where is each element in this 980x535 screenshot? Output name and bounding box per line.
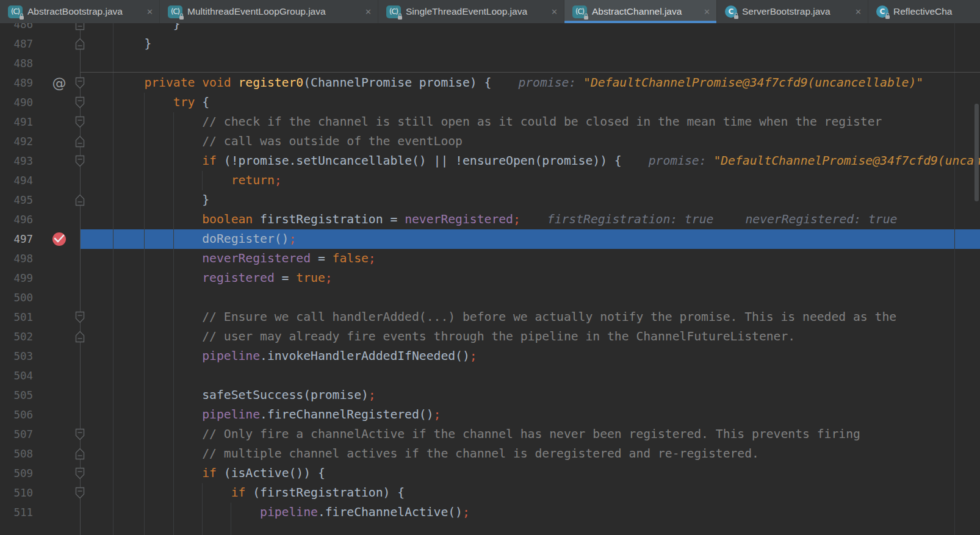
code-line-494[interactable]: return;	[0, 171, 980, 190]
debugger-inline-hint: promise: "DefaultChannelPromise@34f7cfd9…	[518, 76, 923, 90]
code-token: .fireChannelActive()	[318, 505, 463, 519]
code-token: true	[296, 271, 325, 285]
fold-marker-down-icon[interactable]	[75, 428, 85, 440]
code-token: firstRegistration =	[253, 212, 405, 226]
tab-multithreadeventloopgroup-java[interactable]: (C)MultithreadEventLoopGroup.java✕	[160, 0, 378, 23]
code-token: }	[115, 37, 151, 51]
code-line-500[interactable]	[0, 288, 980, 307]
code-token: if	[115, 154, 217, 168]
debugger-inline-hint: promise: "DefaultChannelPromise@34f7cfd9…	[649, 154, 980, 168]
code-line-509[interactable]: if (isActive()) {	[0, 464, 980, 483]
code-token: ;	[325, 271, 333, 285]
tab-serverbootstrap-java[interactable]: CServerBootstrap.java✕	[717, 0, 868, 23]
code-token: // check if the channel is still open as…	[115, 115, 882, 129]
java-class-icon: C	[725, 5, 737, 18]
code-token: (!promise.setUncancellable() || !ensureO…	[217, 154, 622, 168]
code-line-496[interactable]: boolean firstRegistration = neverRegiste…	[0, 210, 980, 229]
active-tab-underline	[564, 21, 716, 23]
tab-abstractbootstrap-java[interactable]: (C)AbstractBootstrap.java✕	[0, 0, 160, 23]
hint-label: promise:	[518, 76, 583, 90]
code-line-501[interactable]: // Ensure we call handlerAdded(...) befo…	[0, 307, 980, 327]
code-token: ;	[463, 505, 470, 519]
decompiled-class-icon: (C)	[168, 5, 182, 18]
readonly-lock-icon	[398, 16, 402, 20]
code-line-497[interactable]: doRegister();	[0, 229, 980, 249]
tab-label: AbstractChannel.java	[592, 6, 682, 17]
tab-close-icon[interactable]: ✕	[358, 7, 372, 16]
fold-marker-down-icon[interactable]	[75, 116, 85, 128]
code-token: (firstRegistration) {	[245, 486, 405, 500]
code-token: =	[275, 271, 297, 285]
tab-close-icon[interactable]: ✕	[139, 7, 153, 16]
code-line-493[interactable]: if (!promise.setUncancellable() || !ensu…	[0, 151, 980, 171]
tab-label: SingleThreadEventLoop.java	[406, 6, 527, 17]
fold-marker-up-icon[interactable]	[75, 331, 85, 343]
code-token: // multiple channel actives if the chann…	[115, 447, 759, 461]
fold-marker-up-icon[interactable]	[75, 38, 85, 50]
code-line-504[interactable]	[0, 366, 980, 386]
ide-window: 486 }487 }488489@ private void register0…	[0, 0, 980, 535]
code-line-487[interactable]: }	[0, 34, 980, 54]
code-line-489[interactable]: private void register0(ChannelPromise pr…	[0, 73, 980, 93]
fold-marker-up-icon[interactable]	[75, 135, 85, 148]
code-token: neverRegistered	[405, 212, 513, 226]
code-token: boolean	[115, 212, 253, 226]
fold-marker-down-icon[interactable]	[75, 467, 85, 479]
editor-tab-bar: (C)AbstractBootstrap.java✕(C)Multithread…	[0, 0, 980, 23]
tab-close-icon[interactable]: ✕	[696, 7, 710, 16]
fold-marker-down-icon[interactable]	[75, 311, 85, 323]
code-token: ;	[369, 388, 376, 402]
code-line-492[interactable]: // call was outside of the eventLoop	[0, 132, 980, 151]
debugger-inline-hint: firstRegistration: true	[547, 212, 714, 226]
code-line-495[interactable]: }	[0, 190, 980, 210]
tab-abstractchannel-java[interactable]: (C)AbstractChannel.java✕	[564, 0, 717, 23]
scrollbar-thumb[interactable]	[975, 104, 979, 201]
code-line-510[interactable]: if (firstRegistration) {	[0, 483, 980, 503]
code-token: registered	[115, 271, 275, 285]
hint-value: "DefaultChannelPromise@34f7cfd9(uncancel…	[583, 76, 923, 90]
fold-marker-down-icon[interactable]	[75, 487, 85, 499]
code-line-505[interactable]: safeSetSuccess(promise);	[0, 386, 980, 405]
code-token: pipeline	[115, 349, 260, 363]
code-line-491[interactable]: // check if the channel is still open as…	[0, 112, 980, 132]
tab-label: MultithreadEventLoopGroup.java	[187, 6, 326, 17]
tab-close-icon[interactable]: ✕	[848, 7, 862, 16]
code-line-511[interactable]: pipeline.fireChannelActive();	[0, 503, 980, 522]
readonly-lock-icon	[885, 15, 890, 19]
code-token: pipeline	[115, 408, 260, 422]
code-token: (ChannelPromise promise) {	[303, 76, 491, 90]
code-editor[interactable]: 486 }487 }488489@ private void register0…	[0, 0, 980, 535]
breakpoint-verified-icon[interactable]	[52, 232, 66, 246]
decompiled-class-icon: (C)	[8, 5, 23, 18]
code-token: pipeline	[115, 505, 318, 519]
code-line-499[interactable]: registered = true;	[0, 268, 980, 288]
fold-marker-up-icon[interactable]	[75, 448, 85, 460]
code-line-490[interactable]: try {	[0, 93, 980, 112]
code-line-503[interactable]: pipeline.invokeHandlerAddedIfNeeded();	[0, 346, 980, 366]
code-line-508[interactable]: // multiple channel actives if the chann…	[0, 444, 980, 464]
code-token: // user may already fire events through …	[115, 329, 795, 343]
fold-marker-down-icon[interactable]	[75, 96, 85, 109]
fold-marker-down-icon[interactable]	[75, 77, 85, 89]
tab-label: ServerBootstrap.java	[742, 6, 830, 17]
hint-label: neverRegistered: true	[745, 212, 897, 226]
fold-marker-down-icon[interactable]	[75, 155, 85, 167]
code-token: if	[115, 466, 217, 480]
code-token: if	[115, 486, 245, 500]
code-line-507[interactable]: // Only fire a channelActive if the chan…	[0, 425, 980, 444]
code-line-498[interactable]: neverRegistered = false;	[0, 249, 980, 268]
code-token: ;	[369, 251, 376, 265]
fold-marker-up-icon[interactable]	[75, 194, 85, 206]
code-line-502[interactable]: // user may already fire events through …	[0, 327, 980, 346]
code-line-506[interactable]: pipeline.fireChannelRegistered();	[0, 405, 980, 425]
tab-singlethreadeventloop-java[interactable]: (C)SingleThreadEventLoop.java✕	[378, 0, 564, 23]
code-line-488[interactable]	[0, 54, 980, 73]
code-token: return	[115, 173, 275, 187]
code-token: safeSetSuccess(promise)	[115, 388, 369, 402]
readonly-lock-icon	[179, 16, 184, 20]
java-class-icon: C	[876, 5, 888, 18]
hint-label: promise:	[649, 154, 714, 168]
debugger-inline-hint: neverRegistered: true	[745, 212, 897, 226]
tab-close-icon[interactable]: ✕	[544, 7, 558, 16]
tab-reflectivecha[interactable]: CReflectiveCha✕	[868, 0, 980, 23]
